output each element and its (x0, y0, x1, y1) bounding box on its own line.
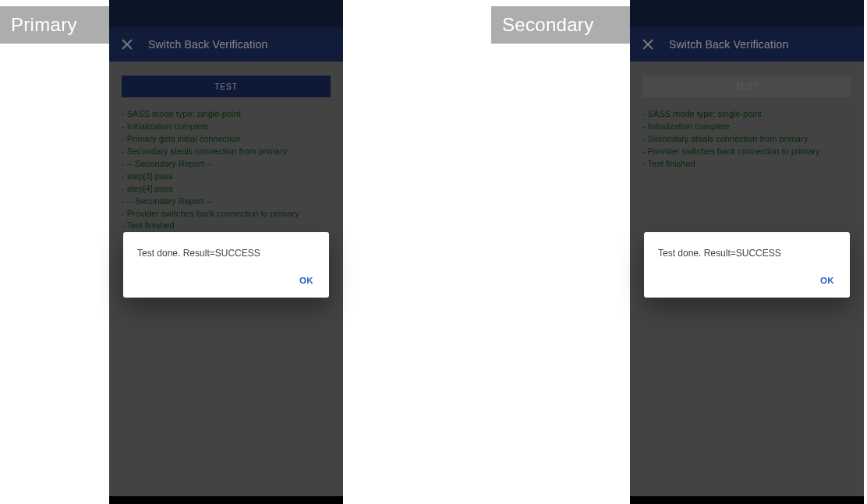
device-label-secondary: Secondary (491, 6, 630, 44)
phone-primary: Switch Back Verification TEST - SASS mod… (109, 0, 343, 504)
result-dialog: Test done. Result=SUCCESS OK (123, 232, 329, 298)
phone-screen-secondary: Switch Back Verification TEST - SASS mod… (630, 0, 864, 496)
ok-button[interactable]: OK (293, 271, 320, 290)
device-label-primary: Primary (0, 6, 109, 44)
ok-button[interactable]: OK (814, 271, 840, 290)
phone-screen-primary: Switch Back Verification TEST - SASS mod… (109, 0, 343, 496)
phone-secondary: Switch Back Verification TEST - SASS mod… (630, 0, 864, 504)
dialog-message: Test done. Result=SUCCESS (644, 232, 850, 266)
dialog-message: Test done. Result=SUCCESS (123, 232, 329, 266)
result-dialog: Test done. Result=SUCCESS OK (644, 232, 850, 298)
